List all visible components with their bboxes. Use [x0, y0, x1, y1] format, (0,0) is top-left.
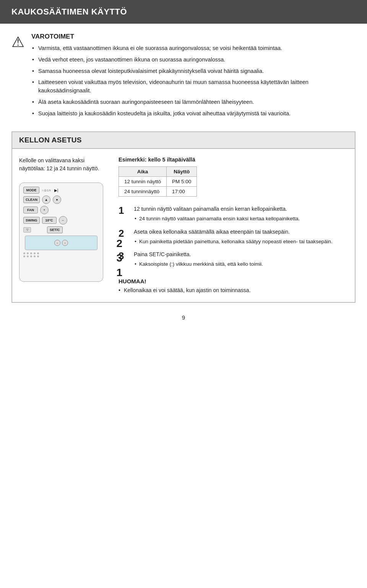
step-2-main: Aseta oikea kellonaika säätämällä aikaa … — [134, 229, 290, 235]
warning-item-4: Laitteeseen voivat vaikuttaa myös televi… — [31, 78, 356, 95]
remote-icons-row1: ○◎1h — [42, 189, 51, 192]
huomaa-box: HUOMAA! Kellonaikaa ei voi säätää, kun a… — [119, 275, 348, 294]
swing-button[interactable]: SWING — [23, 217, 40, 224]
step-1: 1 12 tunnin näyttö valitaan painamalla e… — [119, 205, 348, 223]
warning-item-1: Varmista, että vastaanottimen ikkuna ei … — [31, 44, 356, 53]
dot-4 — [34, 252, 36, 254]
remote-minus-button[interactable]: − — [59, 216, 67, 225]
remote-control: MODE ○◎1h ▶| CLEAN ▲ ● FAN — [19, 183, 103, 282]
side-step-2: 2 — [116, 238, 122, 249]
remote-row-5: ▽ SET/C — [23, 226, 99, 233]
step-1-sub: 24 tunnin näyttö valitaan painamalla ens… — [134, 215, 300, 223]
page-header: KAUKOSÄÄTIMEN KÄYTTÖ — [0, 0, 367, 24]
remote-row-4: SWING 10°C − — [23, 216, 99, 225]
side-step-1: 1 — [116, 267, 122, 278]
warning-icon: ⚠ — [11, 34, 24, 121]
table-cell-aika-2: 24 tunninnäyttö — [119, 187, 167, 197]
table-cell-naytto-1: PM 5:00 — [167, 177, 197, 187]
remote-row-2: CLEAN ▲ ● — [23, 195, 99, 204]
step-1-number: 1 — [119, 205, 129, 216]
step-2: 2 Aseta oikea kellonaika säätämällä aika… — [119, 228, 348, 246]
dot-1 — [23, 252, 25, 254]
page-number: 9 — [11, 314, 356, 328]
kellon-section: KELLON ASETUS Kellolle on valittavana ka… — [11, 131, 356, 303]
remote-dot-grid — [23, 252, 99, 257]
remote-indicator: ▽ — [23, 227, 31, 233]
dot-10 — [37, 255, 39, 257]
dot-3 — [30, 252, 32, 254]
warning-item-3: Samassa huoneessa olevat loisteputkivala… — [31, 67, 356, 76]
dot-2 — [27, 252, 29, 254]
clean-button[interactable]: CLEAN — [23, 196, 40, 203]
table-cell-aika-1: 12 tunnin näyttö — [119, 177, 167, 187]
huomaa-title: HUOMAA! — [119, 278, 348, 284]
side-step-numbers: 2 3 1 — [116, 238, 122, 278]
step-3-main: Paina SET/C-painiketta. — [134, 251, 191, 257]
warning-title: VAROTOIMET — [31, 33, 356, 40]
remote-arrow-right: ▶| — [54, 188, 58, 192]
kellon-right-column: Esimerkki: kello 5 iltapäivällä Aika Näy… — [115, 157, 348, 294]
remote-plus-button[interactable]: + — [40, 206, 49, 214]
remote-circle-right[interactable]: ● — [53, 195, 61, 204]
fan-button[interactable]: FAN — [23, 207, 38, 213]
dot-6 — [23, 255, 25, 257]
remote-display-content: ○ ○ — [54, 240, 68, 246]
dot-7 — [27, 255, 29, 257]
time-table: Aika Näyttö 12 tunnin näyttö PM 5:00 24 … — [119, 166, 197, 197]
kellon-left-column: Kellolle on valittavana kaksi näyttötila… — [19, 157, 115, 294]
step-1-main: 12 tunnin näyttö valitaan painamalla ens… — [134, 206, 287, 212]
kellon-section-title: KELLON ASETUS — [12, 132, 355, 149]
setc-button[interactable]: SET/C — [47, 226, 63, 233]
table-row-1: 12 tunnin näyttö PM 5:00 — [119, 177, 197, 187]
warning-item-6: Suojaa laitteisto ja kaukosäädin kosteud… — [31, 110, 356, 118]
warning-item-5: Älä aseta kaukosäädintä suoraan auringon… — [31, 98, 356, 107]
example-title: Esimerkki: kello 5 iltapäivällä — [119, 157, 348, 163]
warning-section: ⚠ VAROTOIMET Varmista, että vastaanottim… — [11, 33, 356, 121]
kellon-left-text: Kellolle on valittavana kaksi näyttötila… — [19, 157, 107, 173]
table-cell-naytto-2: 17:00 — [167, 187, 197, 197]
step-3-sub: Kaksoispiste (:) vilkkuu merkkinä siitä,… — [134, 260, 263, 268]
remote-circle-up[interactable]: ▲ — [42, 195, 50, 204]
step-2-content: Aseta oikea kellonaika säätämällä aikaa … — [134, 228, 333, 246]
step-2-sub: Kun painiketta pidetään painettuna, kell… — [134, 238, 333, 246]
mode-button[interactable]: MODE — [23, 187, 39, 194]
dot-9 — [34, 255, 36, 257]
huomaa-item-1: Kellonaikaa ei voi säätää, kun ajastin o… — [119, 286, 348, 294]
dot-5 — [37, 252, 39, 254]
dot-8 — [30, 255, 32, 257]
temp-display: 10°C — [42, 217, 57, 224]
remote-control-image: MODE ○◎1h ▶| CLEAN ▲ ● FAN — [19, 179, 103, 282]
remote-display-icon1: ○ — [54, 240, 60, 246]
step-2-number: 2 — [119, 228, 129, 239]
remote-row-1: MODE ○◎1h ▶| — [23, 187, 99, 194]
side-step-3: 3 — [116, 253, 122, 263]
table-header-aika: Aika — [119, 167, 167, 177]
remote-row-3: FAN + — [23, 206, 99, 214]
huomaa-list: Kellonaikaa ei voi säätää, kun ajastin o… — [119, 286, 348, 294]
warning-item-2: Vedä verhot eteen, jos vastaanottimen ik… — [31, 56, 356, 64]
step-3: 3 Paina SET/C-painiketta. Kaksoispiste (… — [119, 250, 348, 268]
page-title: KAUKOSÄÄTIMEN KÄYTTÖ — [11, 7, 127, 16]
step-3-content: Paina SET/C-painiketta. Kaksoispiste (:)… — [134, 250, 263, 268]
remote-display: ○ ○ — [25, 236, 97, 250]
remote-display-icon2: ○ — [62, 240, 68, 246]
steps-container: 1 12 tunnin näyttö valitaan painamalla e… — [119, 205, 348, 268]
warning-list: Varmista, että vastaanottimen ikkuna ei … — [31, 44, 356, 118]
step-1-content: 12 tunnin näyttö valitaan painamalla ens… — [134, 205, 300, 223]
table-row-2: 24 tunninnäyttö 17:00 — [119, 187, 197, 197]
table-header-naytto: Näyttö — [167, 167, 197, 177]
